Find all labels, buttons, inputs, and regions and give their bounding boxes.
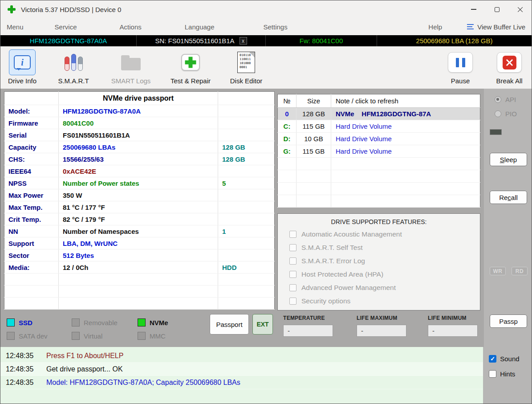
drive-empty-row <box>278 170 480 183</box>
sleep-button[interactable]: Sleep <box>490 153 527 166</box>
header-note-refresh[interactable]: Note / click to refresh <box>331 94 480 108</box>
test-repair-button[interactable]: Test & Repair <box>167 49 214 85</box>
passport-extra <box>218 189 275 201</box>
menu-item-settings[interactable]: Settings <box>261 23 290 31</box>
serial-close-button[interactable]: x <box>240 37 247 45</box>
sata-swatch-icon <box>7 332 15 340</box>
maximize-button[interactable] <box>485 0 508 18</box>
passport-label: Max Temp. <box>4 201 59 213</box>
passport-value: Number of Power states <box>59 177 218 189</box>
sleep-rest: leep <box>504 156 517 163</box>
rd-button[interactable]: RD <box>512 267 528 275</box>
sound-checkbox[interactable] <box>489 355 496 363</box>
recall-button[interactable]: Recall <box>490 191 527 204</box>
device-firmware: Fw: 80041C00 <box>265 35 377 46</box>
passport-label: Capacity <box>4 141 59 153</box>
log-time: 12:48:35 <box>0 352 46 360</box>
api-radio-row: API <box>495 96 532 103</box>
view-buffer-label: View Buffer Live <box>477 23 525 31</box>
menu-item-service[interactable]: Service <box>52 23 80 31</box>
smart-button[interactable]: S.M.A.R.T <box>53 49 94 85</box>
drive-row[interactable]: D: 10 GB Hard Drive Volume <box>278 133 480 145</box>
drive-size: 115 GB <box>296 145 331 158</box>
passport-extra: HDD <box>218 261 275 273</box>
log-text: Press F1 to About/HELP <box>46 352 123 360</box>
wr-button[interactable]: WR <box>490 267 506 275</box>
passport-label: Firmware <box>4 117 59 129</box>
device-strip: HFM128GDGTNG-87A0A SN: FS01N550511601B1A… <box>0 35 532 46</box>
close-button[interactable] <box>508 0 532 18</box>
passport-value: 250069680 LBAs <box>59 141 218 153</box>
drive-empty-row <box>278 158 480 170</box>
passport-value: 12 / 0Ch <box>59 261 218 273</box>
drive-row[interactable]: G: 115 GB Hard Drive Volume <box>278 145 480 158</box>
passport-extra <box>218 201 275 213</box>
drive-note: Hard Drive Volume <box>331 133 480 145</box>
checkbox-icon[interactable] <box>289 244 296 251</box>
smart-logs-button[interactable]: SMART Logs <box>109 49 153 85</box>
right-sidebar: API PIO Sleep Recall WR RD Passp <box>484 89 532 347</box>
passport-table: NVMe drive passport Model: HFM128GDGTNG-… <box>4 91 275 310</box>
log-entry: 12:48:35 Press F1 to About/HELP <box>0 349 483 363</box>
life-minimum-stat: LIFE MINIMUM - <box>428 315 478 337</box>
drive-row-selected[interactable]: 0 128 GB NVMe HFM128GDGTNG-87A <box>278 108 480 120</box>
pio-label: PIO <box>505 110 517 118</box>
passport-value: 82 °C / 179 °F <box>59 213 218 225</box>
menu-item-actions[interactable]: Actions <box>117 23 144 31</box>
feature-label: Automatic Acoustic Management <box>301 230 402 238</box>
toolbar-button-label: Disk Editor <box>230 77 263 85</box>
pio-radio[interactable] <box>495 110 501 117</box>
checkbox-icon[interactable] <box>289 271 296 278</box>
passport-row: Capacity 250069680 LBAs 128 GB <box>4 141 275 153</box>
hints-label: Hints <box>500 370 515 378</box>
toolbar: Drive Info S.M.A.R.T SMART Logs Test & R… <box>0 46 532 89</box>
passport-label: NN <box>4 225 59 237</box>
menu-item-language[interactable]: Language <box>182 23 217 31</box>
passport-button[interactable]: Passport <box>210 314 249 335</box>
feature-item: S.M.A.R.T. Self Test <box>289 243 480 252</box>
passport-label: Sector <box>4 249 59 261</box>
header-size: Size <box>296 94 331 108</box>
drive-row[interactable]: C: 115 GB Hard Drive Volume <box>278 120 480 133</box>
main-area: NVMe drive passport Model: HFM128GDGTNG-… <box>0 89 532 347</box>
checkbox-icon[interactable] <box>289 257 296 265</box>
drive-info-button[interactable]: Drive Info <box>3 49 41 85</box>
passport-extra: 5 <box>218 177 275 189</box>
sleep-accel: S <box>500 156 504 163</box>
drive-list-table: № Size Note / click to refresh 0 128 GB … <box>277 94 480 208</box>
hints-checkbox[interactable] <box>489 370 496 378</box>
break-all-button[interactable]: Break All <box>491 49 528 85</box>
drive-info-iconbox <box>9 49 36 75</box>
checkbox-icon[interactable] <box>289 298 296 305</box>
features-title: DRIVE SUPPORTED FEATURES: <box>278 218 480 225</box>
pause-button[interactable]: Pause <box>444 49 476 85</box>
passport-row: Crit Temp. 82 °C / 179 °F <box>4 213 275 225</box>
checkbox-icon[interactable] <box>289 284 296 291</box>
legend-label: SATA dev <box>19 332 47 340</box>
feature-label: S.M.A.R.T. Error Log <box>301 257 365 265</box>
drive-note: Hard Drive Volume <box>331 145 480 158</box>
passport-row: CHS: 15566/255/63 128 GB <box>4 153 275 165</box>
passport-value: 81 °C / 177 °F <box>59 201 218 213</box>
pio-radio-row: PIO <box>495 110 532 118</box>
checkbox-icon[interactable] <box>289 231 296 238</box>
passport-title: NVMe drive passport <box>59 92 218 105</box>
passport-row: Media: 12 / 0Ch HDD <box>4 261 275 273</box>
menu-item-help[interactable]: Help <box>426 23 445 31</box>
minimize-button[interactable] <box>462 0 485 18</box>
drive-number: D: <box>278 133 296 145</box>
passport-extra <box>218 117 275 129</box>
app-icon <box>8 5 16 13</box>
ext-button[interactable]: EXT <box>252 314 273 335</box>
passp-button[interactable]: Passp <box>490 314 527 328</box>
drive-size: 115 GB <box>296 120 331 133</box>
drive-list-header-row: № Size Note / click to refresh <box>278 94 480 108</box>
drive-note: NVMe HFM128GDGTNG-87A <box>331 108 480 120</box>
stat-label: LIFE MINIMUM <box>428 315 478 321</box>
disk-editor-button[interactable]: 010110 110011 101000 0001 Disk Editor <box>226 49 267 85</box>
device-serial: SN: FS01N550511601B1A <box>155 37 234 45</box>
api-radio[interactable] <box>495 96 501 103</box>
menu-item-menu[interactable]: Menu <box>4 23 26 31</box>
passport-value: HFM128GDGTNG-87A0A <box>59 105 218 117</box>
view-buffer-live-button[interactable]: View Buffer Live <box>467 23 525 31</box>
